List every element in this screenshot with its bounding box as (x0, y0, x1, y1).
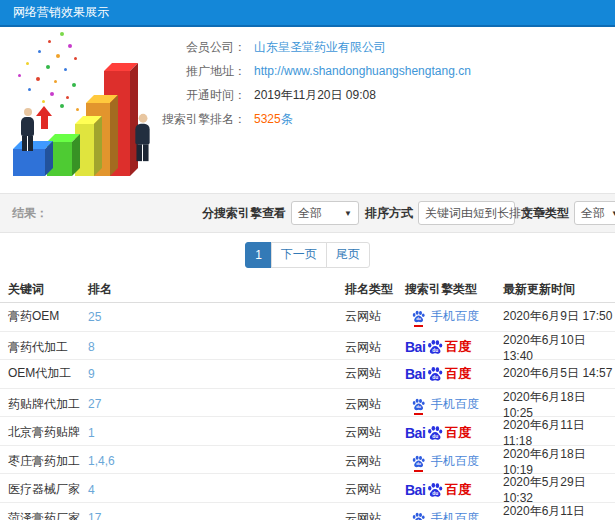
businessman-left-illustration (21, 108, 34, 151)
keyword-cell: 菏泽膏药厂家 (8, 510, 88, 520)
table-row: 膏药代加工 8 云网站 Bai du 百度 (0, 332, 615, 361)
table-row: 北京膏药贴牌 1 云网站 Bai du 百度 (0, 417, 615, 446)
mobile-baidu-paw-icon: du (411, 309, 426, 324)
svg-text:du: du (432, 490, 438, 495)
mobile-baidu-badge: du 手机百度 (411, 308, 479, 325)
baidu-logo-bai-text: Bai (405, 366, 425, 382)
keyword-cell: 医疗器械厂家 (8, 481, 88, 498)
keyword-cell: 北京膏药贴牌 (8, 424, 88, 441)
info-row-rank-count: 搜索引擎排名： 5325 条 (0, 107, 471, 131)
engine-type-cell: Bai du 百度 (405, 424, 503, 442)
rank-type-cell: 云网站 (345, 510, 405, 520)
engine-type-cell: Bai du 百度 (405, 365, 503, 383)
engine-view-select[interactable]: 全部 ▼ (291, 201, 359, 225)
rank-cell[interactable]: 9 (88, 367, 345, 381)
updated-cell: 2020年6月9日 17:50 (503, 308, 615, 325)
rank-cell[interactable]: 25 (88, 310, 345, 324)
article-type-label: 文章类型 (521, 205, 569, 222)
baidu-logo-bai-text: Bai (405, 425, 425, 441)
page-title: 网络营销效果展示 (13, 5, 109, 19)
engine-type-cell: Bai du 百度 (405, 308, 503, 325)
svg-text:du: du (432, 433, 438, 438)
engine-view-selected: 全部 (298, 205, 322, 222)
col-updated: 最新更新时间 (503, 281, 615, 298)
mobile-baidu-paw-icon: du (411, 511, 426, 520)
mobile-baidu-label: 手机百度 (431, 510, 479, 520)
rank-cell[interactable]: 1,4,6 (88, 454, 345, 468)
table-row: 医疗器械厂家 4 云网站 Bai du 百度 (0, 474, 615, 503)
updated-cell: 2020年5月29日 10:32 (503, 474, 615, 505)
info-row-open-time: 开通时间： 2019年11月20日 09:08 (0, 83, 471, 107)
baidu-logo-bai-text: Bai (405, 339, 425, 355)
mobile-baidu-paw-icon: du (411, 397, 426, 412)
info-section: 会员公司： 山东皇圣堂药业有限公司 推广地址： http://www.shand… (0, 27, 615, 193)
rank-cell[interactable]: 4 (88, 483, 345, 497)
updated-cell: 2020年6月11日 11:40 (503, 503, 615, 520)
baidu-logo-cn-text: 百度 (445, 424, 471, 442)
mobile-baidu-label: 手机百度 (431, 396, 479, 413)
baidu-paw-icon: du (426, 424, 444, 442)
table-row: 菏泽膏药厂家 17 云网站 Bai du 百度 (0, 503, 615, 520)
company-label: 会员公司： (0, 35, 246, 59)
keyword-ranking-table: 关键词 排名 排名类型 搜索引擎类型 最新更新时间 膏药OEM 25 云网站 B… (0, 276, 615, 520)
engine-type-cell: Bai du 百度 (405, 396, 503, 413)
svg-text:du: du (416, 404, 421, 409)
table-header-row: 关键词 排名 排名类型 搜索引擎类型 最新更新时间 (0, 276, 615, 303)
col-keyword: 关键词 (8, 281, 88, 298)
rank-cell[interactable]: 27 (88, 397, 345, 411)
info-row-url: 推广地址： http://www.shandonghuangshengtang.… (0, 59, 471, 83)
keyword-cell: 枣庄膏药加工 (8, 453, 88, 470)
engine-type-cell: Bai du 百度 (405, 338, 503, 356)
article-type-select[interactable]: 全部 ▼ (574, 201, 615, 225)
svg-text:du: du (432, 348, 438, 353)
table-row: 膏药OEM 25 云网站 Bai du 百度 (0, 303, 615, 332)
company-info: 会员公司： 山东皇圣堂药业有限公司 推广地址： http://www.shand… (0, 35, 471, 131)
rank-cell[interactable]: 8 (88, 340, 345, 354)
rank-count-unit: 条 (281, 107, 293, 131)
article-type-selected: 全部 (581, 205, 605, 222)
mobile-baidu-paw-icon: du (411, 454, 426, 469)
rank-cell[interactable]: 17 (88, 511, 345, 520)
promo-url-link[interactable]: http://www.shandonghuangshengtang.cn (254, 59, 471, 83)
sort-select[interactable]: 关键词由短到长排序 ▼ (418, 201, 515, 225)
keyword-cell: 膏药OEM (8, 308, 88, 325)
rank-type-cell: 云网站 (345, 308, 405, 325)
mobile-baidu-badge: du 手机百度 (411, 396, 479, 413)
last-page-button[interactable]: 尾页 (326, 242, 370, 268)
updated-cell: 2020年6月18日 10:25 (503, 389, 615, 420)
keyword-cell: OEM代加工 (8, 365, 88, 382)
mobile-baidu-label: 手机百度 (431, 308, 479, 325)
rank-type-cell: 云网站 (345, 453, 405, 470)
filter-bar: 结果： 分搜索引擎查看 全部 ▼ 排序方式 关键词由短到长排序 ▼ 文章类型 全… (0, 193, 615, 233)
mobile-baidu-label: 手机百度 (431, 453, 479, 470)
baidu-logo: Bai du 百度 (405, 424, 471, 442)
sort-selected: 关键词由短到长排序 (425, 205, 533, 222)
sort-label: 排序方式 (365, 205, 413, 222)
baidu-paw-icon: du (426, 365, 444, 383)
table-row: 药贴牌代加工 27 云网站 Bai du 百度 (0, 389, 615, 418)
next-page-button[interactable]: 下一页 (271, 242, 327, 268)
baidu-logo-bai-text: Bai (405, 482, 425, 498)
keyword-cell: 药贴牌代加工 (8, 396, 88, 413)
col-engine-type: 搜索引擎类型 (405, 281, 503, 298)
updated-cell: 2020年6月10日 13:40 (503, 332, 615, 363)
updated-cell: 2020年6月18日 10:19 (503, 446, 615, 477)
svg-text:du: du (432, 374, 438, 379)
rank-type-cell: 云网站 (345, 396, 405, 413)
mobile-baidu-badge: du 手机百度 (411, 510, 479, 520)
table-row: 枣庄膏药加工 1,4,6 云网站 Bai du 百度 (0, 446, 615, 475)
chevron-down-icon: ▼ (611, 209, 615, 218)
baidu-logo: Bai du 百度 (405, 481, 471, 499)
page-button-1[interactable]: 1 (245, 242, 272, 268)
col-rank: 排名 (88, 281, 345, 298)
company-name-link[interactable]: 山东皇圣堂药业有限公司 (254, 35, 386, 59)
baidu-logo-cn-text: 百度 (445, 338, 471, 356)
baidu-paw-icon: du (426, 481, 444, 499)
mobile-baidu-badge: du 手机百度 (411, 453, 479, 470)
up-arrow-icon (36, 106, 52, 129)
col-rank-type: 排名类型 (345, 281, 405, 298)
updated-cell: 2020年6月5日 14:57 (503, 365, 615, 382)
chevron-down-icon: ▼ (344, 209, 352, 218)
baidu-logo-cn-text: 百度 (445, 481, 471, 499)
rank-cell[interactable]: 1 (88, 426, 345, 440)
